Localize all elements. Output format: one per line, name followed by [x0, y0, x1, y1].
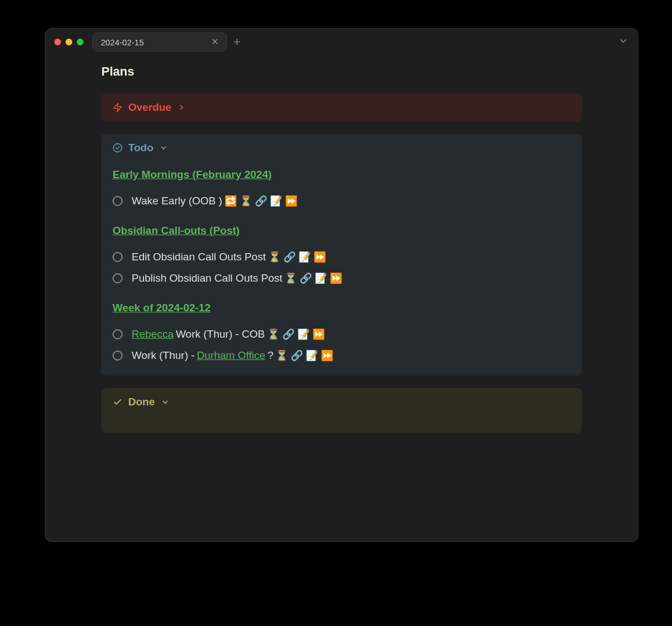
check-icon — [113, 397, 123, 407]
callout-overdue-header[interactable]: Overdue — [113, 101, 571, 114]
svg-point-1 — [114, 144, 122, 152]
task-checkbox[interactable] — [113, 273, 123, 283]
task-icons: ⏳ 🔗 📝 ⏩ — [267, 328, 325, 340]
task-icons: 🔁 ⏳ 🔗 📝 ⏩ — [225, 195, 297, 207]
task-text: Wake Early (OOB ) 🔁 ⏳ 🔗 📝 ⏩ — [132, 195, 297, 207]
task-item: Edit Obsidian Call Outs Post ⏳ 🔗 📝 ⏩ — [113, 248, 571, 266]
callout-todo: Todo Early Mornings (February 2024) Wake… — [101, 134, 582, 376]
task-group: Early Mornings (February 2024) Wake Earl… — [113, 169, 571, 210]
task-text: Rebecca Work (Thur) - COB ⏳ 🔗 📝 ⏩ — [132, 328, 325, 340]
callout-todo-header[interactable]: Todo — [113, 142, 571, 154]
chevron-down-icon — [159, 143, 168, 152]
svg-marker-0 — [114, 104, 122, 112]
group-link-early-mornings[interactable]: Early Mornings (February 2024) — [113, 169, 272, 181]
callout-done-title: Done — [128, 396, 155, 408]
group-link-obsidian-callouts[interactable]: Obsidian Call-outs (Post) — [113, 225, 240, 237]
task-checkbox[interactable] — [113, 351, 123, 361]
new-tab-button[interactable]: + — [234, 36, 241, 48]
task-icons: ⏳ 🔗 📝 ⏩ — [276, 349, 333, 362]
task-item: Rebecca Work (Thur) - COB ⏳ 🔗 📝 ⏩ — [113, 325, 571, 343]
task-item: Publish Obsidian Call Outs Post ⏳ 🔗 📝 ⏩ — [113, 269, 571, 287]
task-item: Wake Early (OOB ) 🔁 ⏳ 🔗 📝 ⏩ — [113, 192, 571, 210]
page-title: Plans — [101, 64, 582, 79]
tab-title: 2024-02-15 — [101, 38, 144, 47]
callout-overdue-title: Overdue — [128, 101, 171, 114]
group-link-week[interactable]: Week of 2024-02-12 — [113, 302, 211, 314]
chevron-down-icon — [161, 398, 170, 407]
lightning-icon — [113, 102, 123, 113]
task-group: Obsidian Call-outs (Post) Edit Obsidian … — [113, 225, 571, 287]
close-window-button[interactable] — [54, 39, 61, 45]
traffic-lights — [54, 39, 83, 45]
chevron-right-icon — [177, 103, 186, 112]
task-icons: ⏳ 🔗 📝 ⏩ — [268, 251, 326, 263]
maximize-window-button[interactable] — [77, 39, 83, 45]
callout-done-header[interactable]: Done — [113, 396, 571, 408]
task-checkbox[interactable] — [113, 329, 123, 339]
callout-todo-title: Todo — [128, 142, 153, 154]
callout-overdue: Overdue — [101, 94, 582, 122]
task-checkbox[interactable] — [113, 196, 123, 206]
tab[interactable]: 2024-02-15 ✕ — [92, 32, 227, 52]
task-group: Week of 2024-02-12 Rebecca Work (Thur) -… — [113, 302, 571, 365]
task-icons: ⏳ 🔗 📝 ⏩ — [284, 272, 342, 284]
minimize-window-button[interactable] — [66, 39, 72, 45]
task-item: Work (Thur) - Durham Office? ⏳ 🔗 📝 ⏩ — [113, 347, 571, 365]
task-checkbox[interactable] — [113, 252, 123, 262]
task-text: Edit Obsidian Call Outs Post ⏳ 🔗 📝 ⏩ — [132, 251, 326, 263]
task-link-rebecca[interactable]: Rebecca — [132, 328, 174, 340]
titlebar: 2024-02-15 ✕ + — [45, 29, 638, 55]
task-link-durham-office[interactable]: Durham Office — [197, 349, 265, 362]
app-window: 2024-02-15 ✕ + Plans Overdue — [45, 28, 638, 542]
task-text: Work (Thur) - Durham Office? ⏳ 🔗 📝 ⏩ — [132, 349, 333, 362]
task-text: Publish Obsidian Call Outs Post ⏳ 🔗 📝 ⏩ — [132, 272, 342, 284]
callout-done: Done — [101, 388, 582, 433]
check-circle-icon — [113, 143, 123, 153]
tab-dropdown-button[interactable] — [618, 39, 629, 48]
close-tab-button[interactable]: ✕ — [211, 38, 218, 46]
content-area: Plans Overdue Todo — [45, 55, 638, 459]
